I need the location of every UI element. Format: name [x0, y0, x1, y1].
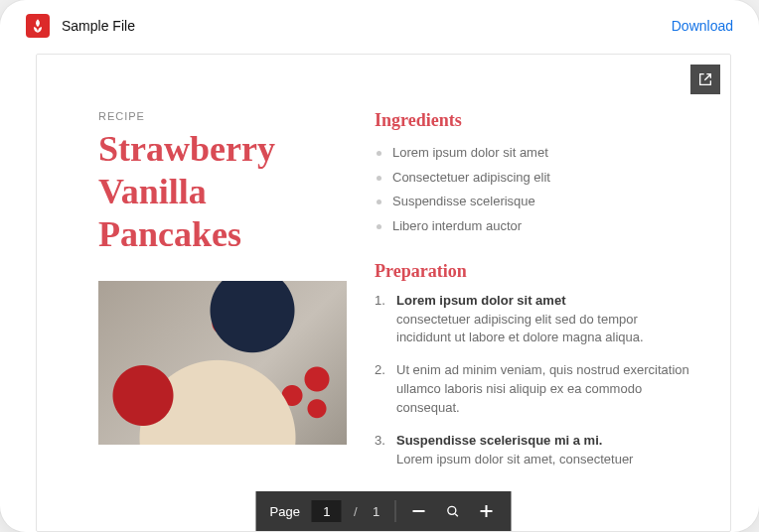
- ingredients-heading: Ingredients: [375, 110, 694, 131]
- step-body: Ut enim ad minim veniam, quis nostrud ex…: [396, 362, 689, 415]
- preparation-step: Suspendisse scelerisque mi a mi. Lorem i…: [375, 432, 694, 469]
- step-head: Suspendisse scelerisque mi a mi.: [396, 433, 602, 448]
- open-external-button[interactable]: [690, 65, 720, 94]
- step-body: Lorem ipsum dolor sit amet, consectetuer: [396, 451, 694, 469]
- recipe-title: Strawberry Vanilla Pancakes: [98, 128, 347, 257]
- zoom-in-button[interactable]: [476, 500, 498, 522]
- pdf-app-icon: [26, 14, 50, 38]
- toolbar-divider: [395, 500, 396, 522]
- pdf-viewer-frame: Sample File Download RECIPE Strawberry V…: [0, 0, 759, 532]
- step-head: Lorem ipsum dolor sit amet: [396, 293, 565, 308]
- zoom-out-button[interactable]: [408, 500, 430, 522]
- page-label: Page: [270, 504, 300, 519]
- preparation-step: Lorem ipsum dolor sit amet consectetuer …: [375, 292, 694, 348]
- file-title: Sample File: [62, 18, 135, 34]
- recipe-photo: [98, 281, 347, 445]
- document-page: RECIPE Strawberry Vanilla Pancakes Ingre…: [37, 55, 730, 531]
- top-bar-left: Sample File: [26, 14, 135, 38]
- ingredient-item: Suspendisse scelerisque: [375, 190, 694, 214]
- doc-right-column: Ingredients Lorem ipsum dolor sit amet C…: [375, 110, 694, 531]
- preparation-heading: Preparation: [375, 261, 694, 282]
- ingredient-item: Libero interdum auctor: [375, 214, 694, 239]
- strawberries-pancakes-photo: [98, 281, 347, 445]
- svg-point-0: [448, 506, 456, 514]
- category-label: RECIPE: [98, 110, 347, 122]
- ingredient-item: Consectetuer adipiscing elit: [375, 166, 694, 191]
- fit-page-button[interactable]: [442, 500, 464, 522]
- download-link[interactable]: Download: [672, 18, 733, 34]
- ingredients-list: Lorem ipsum dolor sit amet Consectetuer …: [375, 141, 694, 239]
- preparation-step: Ut enim ad minim veniam, quis nostrud ex…: [375, 361, 694, 418]
- current-page-input[interactable]: [312, 500, 342, 522]
- preparation-list: Lorem ipsum dolor sit amet consectetuer …: [375, 292, 694, 469]
- step-body: consectetuer adipiscing elit sed do temp…: [396, 311, 694, 348]
- ingredient-item: Lorem ipsum dolor sit amet: [375, 141, 694, 166]
- top-bar: Sample File Download: [0, 0, 759, 48]
- total-pages: 1: [370, 504, 383, 519]
- doc-left-column: RECIPE Strawberry Vanilla Pancakes: [98, 110, 347, 531]
- viewer-toolbar: Page / 1: [256, 491, 512, 531]
- document-viewer: RECIPE Strawberry Vanilla Pancakes Ingre…: [36, 54, 731, 532]
- page-separator: /: [354, 504, 358, 519]
